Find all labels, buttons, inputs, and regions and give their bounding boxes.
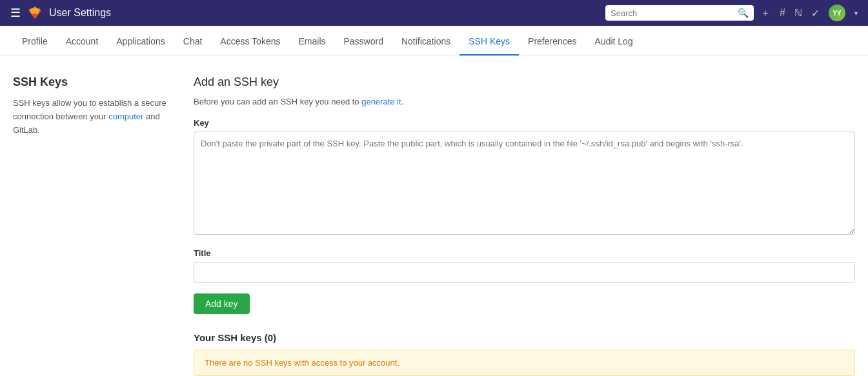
nav-item-profile[interactable]: Profile bbox=[13, 26, 57, 55]
add-key-button[interactable]: Add key bbox=[194, 293, 250, 314]
merge-request-icon[interactable]: ℕ bbox=[794, 7, 802, 19]
nav-item-emails[interactable]: Emails bbox=[289, 26, 334, 55]
nav-bar: ProfileAccountApplicationsChatAccess Tok… bbox=[0, 26, 868, 56]
nav-item-chat[interactable]: Chat bbox=[174, 26, 212, 55]
sidebar-title: SSH Keys bbox=[13, 75, 168, 89]
form-subtitle: Before you can add an SSH key you need t… bbox=[194, 97, 855, 106]
chevron-down-icon[interactable]: ▾ bbox=[854, 10, 858, 17]
title-input[interactable] bbox=[194, 262, 855, 283]
ssh-keys-heading: Your SSH keys (0) bbox=[194, 332, 855, 343]
nav-item-access-tokens[interactable]: Access Tokens bbox=[211, 26, 289, 55]
search-input[interactable] bbox=[611, 8, 734, 18]
key-input[interactable] bbox=[194, 132, 855, 235]
search-icon: 🔍 bbox=[738, 8, 749, 18]
hash-icon[interactable]: # bbox=[780, 7, 785, 19]
page-title: User Settings bbox=[49, 7, 599, 19]
key-label: Key bbox=[194, 118, 855, 128]
shield-icon[interactable]: ✓ bbox=[811, 7, 820, 19]
nav-item-ssh-keys[interactable]: SSH Keys bbox=[459, 26, 519, 55]
nav-item-preferences[interactable]: Preferences bbox=[519, 26, 585, 55]
nav-item-applications[interactable]: Applications bbox=[107, 26, 174, 55]
hamburger-icon[interactable]: ☰ bbox=[10, 6, 21, 20]
header: ☰ User Settings 🔍 ＋ # ℕ ✓ YY ▾ bbox=[0, 0, 868, 26]
nav-item-audit-log[interactable]: Audit Log bbox=[586, 26, 642, 55]
nav-item-account[interactable]: Account bbox=[57, 26, 108, 55]
sidebar: SSH Keys SSH keys allow you to establish… bbox=[13, 75, 168, 376]
nav-item-notifications[interactable]: Notifications bbox=[392, 26, 459, 55]
form-section-title: Add an SSH key bbox=[194, 75, 855, 89]
generate-link[interactable]: generate it. bbox=[361, 97, 403, 106]
header-actions: ＋ # ℕ ✓ YY ▾ bbox=[760, 5, 858, 21]
form-area: Add an SSH key Before you can add an SSH… bbox=[194, 75, 855, 376]
nav-item-password[interactable]: Password bbox=[335, 26, 392, 55]
gitlab-logo bbox=[27, 5, 43, 21]
no-keys-alert: There are no SSH keys with access to you… bbox=[194, 350, 855, 376]
main-content: SSH Keys SSH keys allow you to establish… bbox=[0, 56, 868, 376]
avatar[interactable]: YY bbox=[829, 5, 845, 21]
search-box[interactable]: 🔍 bbox=[605, 5, 754, 21]
sidebar-description: SSH keys allow you to establish a secure… bbox=[13, 97, 168, 137]
plus-icon[interactable]: ＋ bbox=[760, 6, 771, 20]
title-label: Title bbox=[194, 248, 855, 258]
sidebar-link[interactable]: computer bbox=[108, 112, 143, 121]
